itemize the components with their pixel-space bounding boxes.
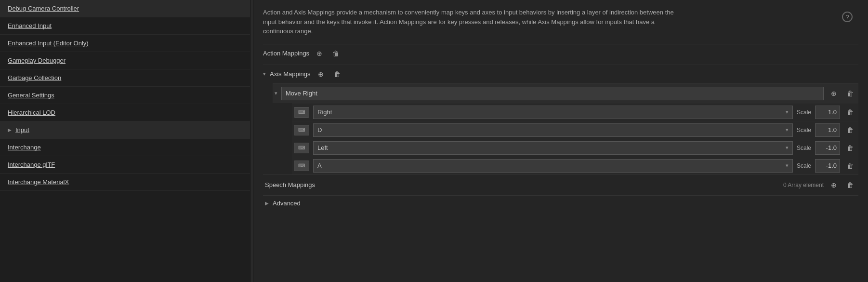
sidebar-item-label: Garbage Collection [8, 74, 61, 81]
axis-mappings-label: Axis Mappings [270, 70, 311, 78]
sidebar-item-label: Gameplay Debugger [8, 57, 66, 64]
sidebar-item-label: Hierarchical LOD [8, 109, 55, 116]
axis-mappings-add-button[interactable]: ⊕ [315, 68, 327, 81]
description-text: Action and Axis Mappings provide a mecha… [263, 8, 677, 36]
key-rows: ⌨ Right ▾ Scale 🗑 ⌨ D [292, 103, 858, 175]
key-left-label: Left [317, 144, 786, 151]
sidebar-item-enhanced-input[interactable]: Enhanced Input [0, 17, 250, 35]
action-mappings-delete-button[interactable]: 🗑 [329, 47, 342, 60]
sidebar-item-label: Debug Camera Controller [8, 5, 79, 12]
chevron-icon: ▶ [8, 127, 12, 133]
key-row-a: ⌨ A ▾ Scale 🗑 [292, 157, 858, 175]
delete-d-button[interactable]: 🗑 [844, 124, 856, 136]
key-a-arrow: ▾ [786, 162, 789, 169]
scale-input-d[interactable] [815, 123, 840, 137]
speech-mappings-add-button[interactable]: ⊕ [828, 179, 840, 191]
scale-label-d: Scale [797, 127, 811, 134]
key-right-arrow: ▾ [786, 109, 789, 115]
scale-input-left[interactable] [815, 141, 840, 155]
move-right-mapping: ▾ ⊕ 🗑 ⌨ Right ▾ Scale 🗑 [273, 83, 858, 175]
key-dropdown-d[interactable]: D ▾ [313, 123, 793, 137]
keyboard-icon-right: ⌨ [294, 107, 309, 118]
key-dropdown-left[interactable]: Left ▾ [313, 141, 793, 155]
key-d-label: D [317, 126, 786, 134]
sidebar-item-input[interactable]: ▶Input [0, 121, 250, 139]
axis-mappings-header: ▾ Axis Mappings ⊕ 🗑 [263, 65, 858, 83]
keyboard-icon-a: ⌨ [294, 161, 309, 171]
sidebar-item-label: Interchange [8, 144, 41, 151]
delete-left-button[interactable]: 🗑 [844, 142, 856, 154]
keyboard-icon-left: ⌨ [294, 143, 309, 153]
scale-label-a: Scale [797, 162, 811, 169]
axis-mappings-chevron[interactable]: ▾ [263, 71, 266, 77]
key-left-arrow: ▾ [786, 145, 789, 151]
move-right-delete-button[interactable]: 🗑 [844, 87, 856, 100]
axis-mappings-delete-button[interactable]: 🗑 [331, 68, 343, 81]
sidebar-item-general-settings[interactable]: General Settings [0, 87, 250, 104]
axis-mappings-section: ▾ Axis Mappings ⊕ 🗑 ▾ ⊕ 🗑 ⌨ [263, 65, 858, 175]
key-a-label: A [317, 162, 786, 169]
key-d-arrow: ▾ [786, 127, 789, 133]
main-content: ? Action and Axis Mappings provide a mec… [253, 0, 868, 282]
action-mappings-row: Action Mappings ⊕ 🗑 [263, 44, 858, 63]
move-right-name-input[interactable] [281, 87, 824, 100]
move-right-header: ▾ ⊕ 🗑 [273, 84, 858, 103]
sidebar-item-label: General Settings [8, 92, 54, 99]
advanced-label: Advanced [273, 200, 301, 207]
sidebar-item-label: Interchange glTF [8, 161, 55, 168]
sidebar-item-label: Input [15, 126, 29, 134]
delete-right-button[interactable]: 🗑 [844, 106, 856, 119]
delete-a-button[interactable]: 🗑 [844, 160, 856, 172]
key-row-right: ⌨ Right ▾ Scale 🗑 [292, 103, 858, 121]
sidebar: Debug Camera ControllerEnhanced InputEnh… [0, 0, 250, 282]
key-row-left: ⌨ Left ▾ Scale 🗑 [292, 139, 858, 157]
speech-count: 0 Array element [783, 182, 824, 188]
sidebar-item-interchange-gltf[interactable]: Interchange glTF [0, 156, 250, 174]
sidebar-item-label: Enhanced Input [8, 22, 52, 29]
sidebar-item-debug-camera[interactable]: Debug Camera Controller [0, 0, 250, 17]
key-row-d: ⌨ D ▾ Scale 🗑 [292, 121, 858, 139]
sidebar-item-label: Enhanced Input (Editor Only) [8, 40, 89, 47]
key-dropdown-right[interactable]: Right ▾ [313, 106, 793, 119]
sidebar-item-label: Interchange MaterialX [8, 178, 69, 186]
scale-label-left: Scale [797, 145, 811, 151]
sidebar-item-hierarchical-lod[interactable]: Hierarchical LOD [0, 104, 250, 121]
sidebar-item-garbage-collection[interactable]: Garbage Collection [0, 69, 250, 87]
sidebar-item-interchange-materialx[interactable]: Interchange MaterialX [0, 174, 250, 191]
scale-input-a[interactable] [815, 159, 840, 173]
sidebar-item-enhanced-input-editor[interactable]: Enhanced Input (Editor Only) [0, 35, 250, 52]
sidebar-item-gameplay-debugger[interactable]: Gameplay Debugger [0, 52, 250, 69]
key-right-label: Right [317, 108, 786, 116]
move-right-add-button[interactable]: ⊕ [828, 87, 840, 100]
scale-input-right[interactable] [815, 106, 840, 119]
help-icon[interactable]: ? [842, 12, 853, 22]
sidebar-item-interchange[interactable]: Interchange [0, 139, 250, 156]
advanced-chevron: ▶ [265, 201, 269, 206]
keyboard-icon-d: ⌨ [294, 125, 309, 135]
speech-mappings-row: Speech Mappings 0 Array element ⊕ 🗑 [263, 175, 858, 195]
action-mappings-label: Action Mappings [263, 50, 309, 57]
scale-label-right: Scale [797, 109, 811, 116]
speech-mappings-delete-button[interactable]: 🗑 [844, 179, 856, 191]
move-right-chevron[interactable]: ▾ [275, 90, 277, 96]
advanced-row[interactable]: ▶ Advanced [263, 195, 858, 211]
key-dropdown-a[interactable]: A ▾ [313, 159, 793, 173]
speech-mappings-label: Speech Mappings [265, 181, 779, 188]
action-mappings-add-button[interactable]: ⊕ [313, 47, 326, 60]
